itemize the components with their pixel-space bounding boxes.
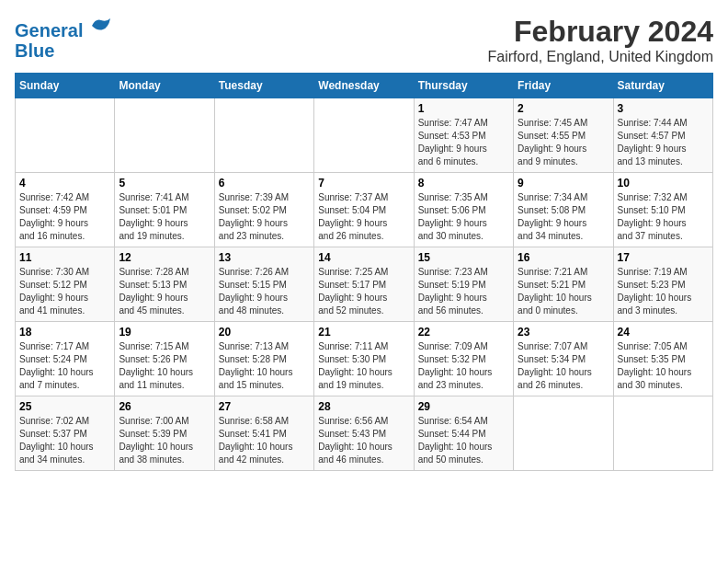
- calendar-cell: 27Sunrise: 6:58 AM Sunset: 5:41 PM Dayli…: [214, 396, 313, 471]
- calendar-header-row: SundayMondayTuesdayWednesdayThursdayFrid…: [16, 74, 713, 98]
- calendar-cell: 11Sunrise: 7:30 AM Sunset: 5:12 PM Dayli…: [16, 247, 115, 322]
- day-number: 26: [119, 400, 210, 413]
- calendar-cell: 21Sunrise: 7:11 AM Sunset: 5:30 PM Dayli…: [314, 322, 414, 396]
- day-number: 21: [318, 326, 409, 339]
- calendar-cell: 2Sunrise: 7:45 AM Sunset: 4:55 PM Daylig…: [514, 98, 613, 173]
- calendar-cell: 3Sunrise: 7:44 AM Sunset: 4:57 PM Daylig…: [613, 98, 712, 173]
- day-number: 24: [618, 326, 709, 339]
- day-number: 20: [219, 326, 310, 339]
- calendar-cell: 25Sunrise: 7:02 AM Sunset: 5:37 PM Dayli…: [16, 396, 115, 471]
- day-info: Sunrise: 7:13 AM Sunset: 5:28 PM Dayligh…: [219, 340, 310, 392]
- calendar-week-row: 18Sunrise: 7:17 AM Sunset: 5:24 PM Dayli…: [16, 322, 713, 396]
- day-info: Sunrise: 7:25 AM Sunset: 5:17 PM Dayligh…: [318, 266, 409, 317]
- day-number: 28: [318, 400, 409, 413]
- day-number: 10: [618, 177, 709, 190]
- day-number: 22: [418, 326, 509, 339]
- day-of-week-header: Tuesday: [214, 74, 313, 98]
- calendar-cell: 4Sunrise: 7:42 AM Sunset: 4:59 PM Daylig…: [16, 173, 115, 247]
- day-number: 11: [19, 251, 110, 264]
- logo-text2: Blue: [15, 40, 112, 61]
- calendar-table: SundayMondayTuesdayWednesdayThursdayFrid…: [15, 73, 713, 471]
- day-number: 6: [219, 177, 310, 190]
- day-number: 5: [119, 177, 210, 190]
- day-number: 13: [219, 251, 310, 264]
- calendar-cell: 20Sunrise: 7:13 AM Sunset: 5:28 PM Dayli…: [214, 322, 313, 396]
- day-number: 9: [518, 177, 609, 190]
- day-number: 4: [19, 177, 110, 190]
- day-info: Sunrise: 7:45 AM Sunset: 4:55 PM Dayligh…: [518, 117, 609, 168]
- day-of-week-header: Wednesday: [314, 74, 414, 98]
- day-info: Sunrise: 7:42 AM Sunset: 4:59 PM Dayligh…: [19, 191, 110, 243]
- day-of-week-header: Friday: [514, 74, 613, 98]
- day-info: Sunrise: 7:32 AM Sunset: 5:10 PM Dayligh…: [618, 191, 709, 243]
- calendar-cell: 12Sunrise: 7:28 AM Sunset: 5:13 PM Dayli…: [115, 247, 214, 322]
- calendar-cell: 13Sunrise: 7:26 AM Sunset: 5:15 PM Dayli…: [214, 247, 313, 322]
- day-info: Sunrise: 7:15 AM Sunset: 5:26 PM Dayligh…: [119, 340, 210, 392]
- day-info: Sunrise: 7:30 AM Sunset: 5:12 PM Dayligh…: [19, 266, 110, 317]
- day-info: Sunrise: 7:47 AM Sunset: 4:53 PM Dayligh…: [418, 117, 509, 168]
- calendar-cell: [514, 396, 613, 471]
- day-of-week-header: Monday: [115, 74, 214, 98]
- day-number: 17: [618, 251, 709, 264]
- day-info: Sunrise: 7:23 AM Sunset: 5:19 PM Dayligh…: [418, 266, 509, 317]
- calendar-cell: 7Sunrise: 7:37 AM Sunset: 5:04 PM Daylig…: [314, 173, 414, 247]
- logo-text: General: [15, 15, 112, 40]
- day-info: Sunrise: 7:34 AM Sunset: 5:08 PM Dayligh…: [518, 191, 609, 243]
- day-info: Sunrise: 7:07 AM Sunset: 5:34 PM Dayligh…: [518, 340, 609, 392]
- day-info: Sunrise: 7:00 AM Sunset: 5:39 PM Dayligh…: [119, 415, 210, 466]
- day-of-week-header: Sunday: [16, 74, 115, 98]
- day-info: Sunrise: 7:44 AM Sunset: 4:57 PM Dayligh…: [618, 117, 709, 168]
- day-number: 2: [518, 102, 609, 115]
- calendar-cell: 1Sunrise: 7:47 AM Sunset: 4:53 PM Daylig…: [414, 98, 513, 173]
- calendar-cell: 10Sunrise: 7:32 AM Sunset: 5:10 PM Dayli…: [613, 173, 712, 247]
- calendar-cell: 24Sunrise: 7:05 AM Sunset: 5:35 PM Dayli…: [613, 322, 712, 396]
- calendar-cell: 19Sunrise: 7:15 AM Sunset: 5:26 PM Dayli…: [115, 322, 214, 396]
- day-of-week-header: Saturday: [613, 74, 712, 98]
- title-block: February 2024 Fairford, England, United …: [488, 15, 713, 65]
- calendar-cell: [115, 98, 214, 173]
- logo: General Blue: [15, 15, 112, 61]
- day-number: 27: [219, 400, 310, 413]
- day-info: Sunrise: 6:58 AM Sunset: 5:41 PM Dayligh…: [219, 415, 310, 466]
- calendar-week-row: 1Sunrise: 7:47 AM Sunset: 4:53 PM Daylig…: [16, 98, 713, 173]
- main-title: February 2024: [488, 15, 713, 49]
- day-info: Sunrise: 7:41 AM Sunset: 5:01 PM Dayligh…: [119, 191, 210, 243]
- day-number: 12: [119, 251, 210, 264]
- calendar-cell: 22Sunrise: 7:09 AM Sunset: 5:32 PM Dayli…: [414, 322, 513, 396]
- day-number: 18: [19, 326, 110, 339]
- day-number: 19: [119, 326, 210, 339]
- calendar-week-row: 11Sunrise: 7:30 AM Sunset: 5:12 PM Dayli…: [16, 247, 713, 322]
- calendar-cell: 6Sunrise: 7:39 AM Sunset: 5:02 PM Daylig…: [214, 173, 313, 247]
- day-info: Sunrise: 7:28 AM Sunset: 5:13 PM Dayligh…: [119, 266, 210, 317]
- page-header: General Blue February 2024 Fairford, Eng…: [15, 15, 713, 65]
- day-number: 14: [318, 251, 409, 264]
- day-info: Sunrise: 7:17 AM Sunset: 5:24 PM Dayligh…: [19, 340, 110, 392]
- calendar-cell: 8Sunrise: 7:35 AM Sunset: 5:06 PM Daylig…: [414, 173, 513, 247]
- day-number: 25: [19, 400, 110, 413]
- day-info: Sunrise: 7:09 AM Sunset: 5:32 PM Dayligh…: [418, 340, 509, 392]
- day-number: 1: [418, 102, 509, 115]
- logo-icon: [90, 15, 112, 37]
- day-info: Sunrise: 7:11 AM Sunset: 5:30 PM Dayligh…: [318, 340, 409, 392]
- day-info: Sunrise: 7:35 AM Sunset: 5:06 PM Dayligh…: [418, 191, 509, 243]
- calendar-cell: [613, 396, 712, 471]
- calendar-cell: 14Sunrise: 7:25 AM Sunset: 5:17 PM Dayli…: [314, 247, 414, 322]
- calendar-cell: 15Sunrise: 7:23 AM Sunset: 5:19 PM Dayli…: [414, 247, 513, 322]
- calendar-cell: 29Sunrise: 6:54 AM Sunset: 5:44 PM Dayli…: [414, 396, 513, 471]
- day-number: 15: [418, 251, 509, 264]
- day-info: Sunrise: 6:56 AM Sunset: 5:43 PM Dayligh…: [318, 415, 409, 466]
- day-number: 16: [518, 251, 609, 264]
- day-number: 23: [518, 326, 609, 339]
- day-info: Sunrise: 7:05 AM Sunset: 5:35 PM Dayligh…: [618, 340, 709, 392]
- day-number: 3: [618, 102, 709, 115]
- calendar-week-row: 25Sunrise: 7:02 AM Sunset: 5:37 PM Dayli…: [16, 396, 713, 471]
- calendar-cell: 5Sunrise: 7:41 AM Sunset: 5:01 PM Daylig…: [115, 173, 214, 247]
- calendar-cell: [214, 98, 313, 173]
- calendar-cell: 17Sunrise: 7:19 AM Sunset: 5:23 PM Dayli…: [613, 247, 712, 322]
- calendar-cell: 28Sunrise: 6:56 AM Sunset: 5:43 PM Dayli…: [314, 396, 414, 471]
- day-info: Sunrise: 7:39 AM Sunset: 5:02 PM Dayligh…: [219, 191, 310, 243]
- day-info: Sunrise: 6:54 AM Sunset: 5:44 PM Dayligh…: [418, 415, 509, 466]
- day-number: 29: [418, 400, 509, 413]
- day-info: Sunrise: 7:19 AM Sunset: 5:23 PM Dayligh…: [618, 266, 709, 317]
- calendar-cell: [314, 98, 414, 173]
